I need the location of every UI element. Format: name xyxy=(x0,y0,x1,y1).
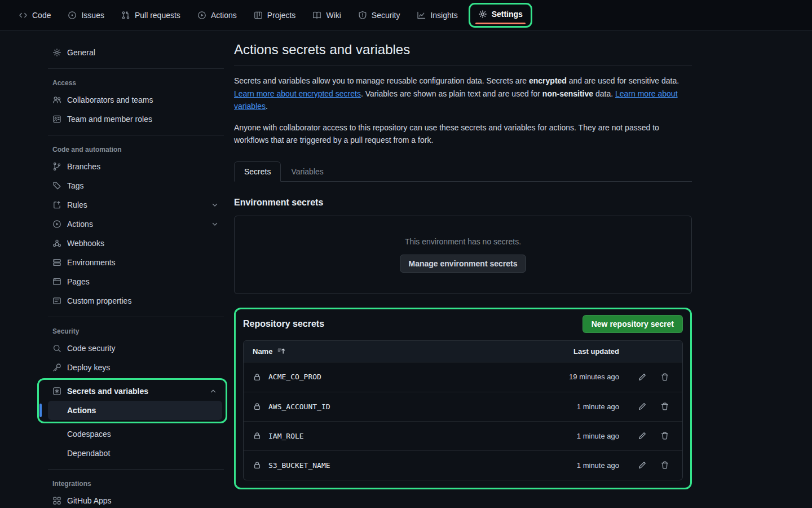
delete-secret-button[interactable] xyxy=(656,398,673,415)
lock-icon xyxy=(253,373,262,382)
sidebar-item-github-apps[interactable]: GitHub Apps xyxy=(48,491,224,508)
sidebar-item-custom-properties[interactable]: Custom properties xyxy=(48,291,224,310)
sidebar-item-code-security[interactable]: Code security xyxy=(48,339,224,358)
secret-last-updated: 19 minutes ago xyxy=(506,373,619,381)
edit-secret-button[interactable] xyxy=(634,427,651,444)
settings-content: Actions secrets and variables Secrets an… xyxy=(234,30,692,489)
sidebar-item-branches[interactable]: Branches xyxy=(48,157,224,176)
tab-security[interactable]: Security xyxy=(352,6,406,24)
id-badge-icon xyxy=(52,115,61,124)
divider xyxy=(48,68,224,69)
sidebar-item-label: Rules xyxy=(67,200,87,209)
delete-secret-button[interactable] xyxy=(656,369,673,386)
chevron-down-icon xyxy=(210,200,219,209)
sidebar-item-label: General xyxy=(67,48,95,57)
sidebar-item-general[interactable]: General xyxy=(48,43,224,62)
sidebar-item-tags[interactable]: Tags xyxy=(48,176,224,195)
sidebar-item-label: Custom properties xyxy=(67,296,131,305)
manage-environment-secrets-button[interactable]: Manage environment secrets xyxy=(400,255,527,273)
secret-row: IAM_ROLE 1 minute ago xyxy=(244,421,682,450)
edit-secret-button[interactable] xyxy=(634,398,651,415)
annotation-repository-secrets: Repository secrets New repository secret… xyxy=(234,308,692,489)
sidebar-item-label: Environments xyxy=(67,258,116,267)
new-repository-secret-button[interactable]: New repository secret xyxy=(582,315,683,333)
book-icon xyxy=(312,11,321,20)
tab-code[interactable]: Code xyxy=(13,6,56,24)
tab-insights[interactable]: Insights xyxy=(411,6,463,24)
sidebar-item-pages[interactable]: Pages xyxy=(48,272,224,291)
tab-projects[interactable]: Projects xyxy=(248,6,302,24)
tab-issues[interactable]: Issues xyxy=(62,6,109,24)
edit-secret-button[interactable] xyxy=(634,457,651,474)
trash-icon xyxy=(660,402,669,411)
play-icon xyxy=(52,220,61,229)
settings-sidebar: General Access Collaborators and teams T… xyxy=(0,30,224,508)
sidebar-item-secrets-codespaces[interactable]: Codespaces xyxy=(48,424,224,444)
tab-label: Wiki xyxy=(326,11,341,20)
selected-indicator xyxy=(39,404,42,417)
sidebar-item-label: Deploy keys xyxy=(67,363,110,372)
secret-last-updated: 1 minute ago xyxy=(506,432,619,440)
sidebar-item-label: Actions xyxy=(67,220,93,229)
sidebar-item-secrets-and-variables[interactable]: Secrets and variables xyxy=(48,382,222,401)
sidebar-item-rules[interactable]: Rules xyxy=(48,195,224,214)
git-branch-icon xyxy=(52,162,61,171)
secret-name: AWS_ACCOUNT_ID xyxy=(268,402,330,411)
sidebar-item-label: Tags xyxy=(67,181,84,190)
sidebar-item-deploy-keys[interactable]: Deploy keys xyxy=(48,358,224,377)
link-encrypted-secrets[interactable]: Learn more about encrypted secrets xyxy=(234,89,361,98)
tab-label: Code xyxy=(32,11,51,20)
sidebar-item-environments[interactable]: Environments xyxy=(48,253,224,272)
edit-secret-button[interactable] xyxy=(634,369,651,386)
secret-name: ACME_CO_PROD xyxy=(268,373,321,381)
table-header-row: Name Last updated xyxy=(244,341,682,362)
tab-label: Insights xyxy=(430,11,457,20)
delete-secret-button[interactable] xyxy=(656,457,673,474)
intro-paragraph-1: Secrets and variables allow you to manag… xyxy=(234,75,692,113)
pencil-icon xyxy=(638,373,647,382)
sort-ascending-icon[interactable] xyxy=(277,347,286,356)
divider xyxy=(48,469,224,470)
tab-label: Actions xyxy=(211,11,237,20)
repository-secrets-header: Repository secrets New repository secret xyxy=(243,315,683,333)
browser-icon xyxy=(52,277,61,286)
sidebar-item-label: Collaborators and teams xyxy=(67,95,153,104)
lock-icon xyxy=(253,431,262,440)
tab-settings[interactable]: Settings xyxy=(474,6,527,22)
sidebar-group-code-automation: Code and automation xyxy=(48,142,224,157)
secrets-variables-tabs: Secrets Variables xyxy=(234,161,692,182)
secret-row: AWS_ACCOUNT_ID 1 minute ago xyxy=(244,392,682,421)
sidebar-item-label: Code security xyxy=(67,344,116,353)
secret-last-updated: 1 minute ago xyxy=(506,402,619,411)
delete-secret-button[interactable] xyxy=(656,427,673,444)
sidebar-group-integrations: Integrations xyxy=(48,476,224,491)
pencil-icon xyxy=(638,431,647,440)
gear-icon xyxy=(478,10,487,19)
tab-secrets[interactable]: Secrets xyxy=(234,161,281,182)
lock-icon xyxy=(253,461,262,470)
tab-label: Settings xyxy=(492,10,523,19)
secret-row: ACME_CO_PROD 19 minutes ago xyxy=(244,362,682,392)
repo-tab-bar: Code Issues Pull requests Actions Projec… xyxy=(0,0,812,30)
lock-icon xyxy=(253,402,262,411)
table-icon xyxy=(254,11,263,20)
divider xyxy=(48,135,224,135)
sidebar-item-label: Codespaces xyxy=(67,430,111,439)
sidebar-item-webhooks[interactable]: Webhooks xyxy=(48,234,224,253)
tag-icon xyxy=(52,181,61,190)
tab-variables[interactable]: Variables xyxy=(281,161,333,182)
tab-pull-requests[interactable]: Pull requests xyxy=(116,6,186,24)
chevron-down-icon xyxy=(210,220,219,229)
annotation-settings-tab: Settings xyxy=(469,3,532,28)
sidebar-item-team-member-roles[interactable]: Team and member roles xyxy=(48,110,224,129)
sidebar-item-actions[interactable]: Actions xyxy=(48,214,224,234)
asterisk-box-icon xyxy=(52,387,61,396)
sidebar-item-secrets-actions[interactable]: Actions xyxy=(48,401,222,420)
tab-wiki[interactable]: Wiki xyxy=(307,6,346,24)
tab-actions[interactable]: Actions xyxy=(192,6,242,24)
sidebar-item-secrets-dependabot[interactable]: Dependabot xyxy=(48,444,224,463)
sidebar-item-label: Secrets and variables xyxy=(67,387,148,396)
code-security-icon xyxy=(52,344,61,353)
gear-icon xyxy=(52,48,61,57)
sidebar-item-collaborators[interactable]: Collaborators and teams xyxy=(48,90,224,110)
